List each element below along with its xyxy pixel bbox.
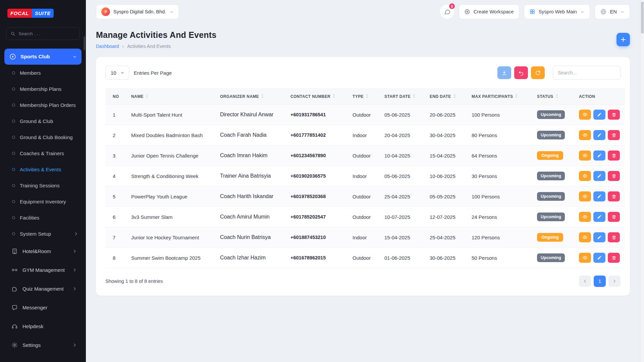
- trash-icon: [611, 255, 616, 260]
- logo-focal: FOCAL: [7, 9, 32, 18]
- sidebar-search[interactable]: [6, 27, 80, 40]
- sidebar-section-sports-club[interactable]: Sports Club: [4, 49, 82, 65]
- entries-per-page-select[interactable]: 10: [105, 66, 129, 80]
- column-header-organizer-name[interactable]: ORGANIZER NAME: [217, 89, 287, 105]
- sidebar-item-equipment-inventory[interactable]: Equipment Inventory: [4, 193, 82, 209]
- view-button[interactable]: [579, 150, 591, 161]
- delete-button[interactable]: [608, 150, 620, 161]
- eye-icon: [582, 132, 588, 138]
- delete-button[interactable]: [608, 212, 620, 222]
- view-button[interactable]: [579, 130, 591, 140]
- row-actions: [579, 150, 622, 161]
- sidebar-scrollbar-thumb[interactable]: [84, 36, 85, 50]
- edit-button[interactable]: [593, 232, 605, 242]
- view-button[interactable]: [579, 232, 591, 242]
- chevron-right-icon: [72, 249, 77, 253]
- create-workspace-button[interactable]: Create Workspace: [459, 4, 519, 19]
- sidebar-item-gym-management[interactable]: GYM Management: [4, 260, 82, 279]
- sidebar-item-facilities[interactable]: Facilities: [4, 209, 82, 226]
- circle-icon: [12, 120, 15, 123]
- sidebar-item-helpdesk[interactable]: Helpdesk: [4, 317, 82, 336]
- add-event-button[interactable]: [616, 33, 630, 46]
- sidebar-item-membership-plan-orders[interactable]: Membership Plan Orders: [4, 97, 82, 113]
- table-row: 6 3v3 Summer Slam Coach Amirul Mumin +60…: [105, 207, 625, 227]
- edit-button[interactable]: [593, 130, 605, 140]
- eye-icon: [582, 194, 588, 199]
- sidebar-item-hotel-room[interactable]: Hotel&Room: [4, 242, 82, 260]
- view-button[interactable]: [579, 253, 591, 263]
- sidebar-item-ground-club-booking[interactable]: Ground & Club Booking: [4, 129, 82, 145]
- status-badge: Upcoming: [537, 192, 565, 201]
- page-scrollbar-thumb[interactable]: [641, 2, 644, 34]
- app-selector[interactable]: Syspro Web Main: [524, 4, 590, 19]
- column-header-max-participants[interactable]: MAX PARTICIPANTS: [468, 89, 534, 105]
- cell-organizer-name: Coach Imran Hakim: [217, 145, 287, 166]
- delete-button[interactable]: [608, 253, 620, 263]
- undo-button[interactable]: [514, 66, 528, 79]
- notification-badge: 0: [449, 3, 455, 9]
- delete-button[interactable]: [608, 130, 620, 140]
- edit-button[interactable]: [593, 171, 605, 181]
- column-header-name[interactable]: NAME: [128, 89, 217, 105]
- view-button[interactable]: [579, 212, 591, 222]
- header-actions: 0 Create Workspace Syspro Web Main EN: [440, 4, 630, 19]
- eye-icon: [582, 112, 588, 117]
- row-actions: [579, 191, 622, 201]
- page-heading: Manage Activities And Events Dashboard ›…: [96, 30, 630, 49]
- refresh-button[interactable]: [531, 66, 545, 79]
- sidebar-item-coaches-trainers[interactable]: Coaches & Trainers: [4, 145, 82, 161]
- column-header-status[interactable]: STATUS: [534, 89, 576, 105]
- sidebar-item-settings[interactable]: Settings: [4, 336, 82, 354]
- table-row: 2 Mixed Doubles Badminton Bash Coach Far…: [105, 125, 625, 145]
- trash-icon: [611, 153, 616, 158]
- chevron-right-icon: [72, 287, 77, 291]
- edit-button[interactable]: [593, 150, 605, 161]
- sidebar-item-quiz-management[interactable]: Quiz Management: [4, 279, 82, 298]
- edit-button[interactable]: [593, 212, 605, 222]
- page-scrollbar[interactable]: [640, 0, 644, 362]
- previous-page-button[interactable]: [579, 276, 591, 287]
- sidebar-item-members[interactable]: Members: [4, 65, 82, 81]
- delete-button[interactable]: [608, 110, 620, 120]
- sidebar: FOCAL SUITE Sports Club MembersMembershi…: [0, 0, 86, 362]
- column-header-start-date[interactable]: START DATE: [381, 89, 426, 105]
- breadcrumb-dashboard-link[interactable]: Dashboard: [96, 44, 119, 49]
- table-row: 4 Strength & Conditioning Week Trainer A…: [105, 166, 625, 186]
- column-header-contact-number[interactable]: CONTACT NUMBER: [287, 89, 349, 105]
- sidebar-item-membership-plans[interactable]: Membership Plans: [4, 81, 82, 97]
- edit-button[interactable]: [593, 191, 605, 201]
- table-search-input[interactable]: [553, 66, 621, 80]
- sidebar-item-messenger[interactable]: Messenger: [4, 298, 82, 317]
- cell-max-participants: 120 Persons: [468, 227, 534, 248]
- sort-icon: [146, 94, 149, 99]
- sidebar-item-system-setup[interactable]: System Setup: [4, 226, 82, 242]
- sidebar-item-ground-club[interactable]: Ground & Club: [4, 113, 82, 129]
- workspace-selector[interactable]: Syspro Digital Sdn. Bhd.: [96, 4, 179, 19]
- next-page-button[interactable]: [608, 276, 621, 287]
- cell-contact-number: +601931786541: [287, 105, 349, 125]
- workspace-name: Syspro Digital Sdn. Bhd.: [113, 9, 166, 14]
- view-button[interactable]: [579, 191, 591, 201]
- export-button[interactable]: [497, 66, 511, 79]
- status-badge: Upcoming: [537, 172, 565, 180]
- chat-button[interactable]: 0: [440, 5, 454, 19]
- sidebar-search-input[interactable]: [18, 31, 75, 36]
- sidebar-item-training-sessions[interactable]: Training Sessions: [4, 177, 82, 193]
- column-header-end-date[interactable]: END DATE: [426, 89, 468, 105]
- edit-button[interactable]: [593, 110, 605, 120]
- page-number-button[interactable]: 1: [594, 276, 606, 287]
- table-footer: Showing 1 to 8 of 8 entries 1: [105, 276, 621, 287]
- language-selector[interactable]: EN: [595, 4, 630, 19]
- edit-button[interactable]: [593, 253, 605, 263]
- cell-start-date: 05-06-2025: [381, 166, 426, 186]
- column-header-type[interactable]: TYPE: [349, 89, 381, 105]
- cell-name: Summer Swim Bootcamp 2025: [128, 248, 217, 268]
- row-actions: [579, 212, 622, 222]
- sidebar-item-activities-events[interactable]: Activities & Events: [4, 161, 82, 177]
- cell-type: Indoor: [349, 166, 381, 186]
- delete-button[interactable]: [608, 191, 620, 201]
- delete-button[interactable]: [608, 171, 620, 181]
- delete-button[interactable]: [608, 232, 620, 242]
- view-button[interactable]: [579, 171, 591, 181]
- view-button[interactable]: [579, 110, 591, 120]
